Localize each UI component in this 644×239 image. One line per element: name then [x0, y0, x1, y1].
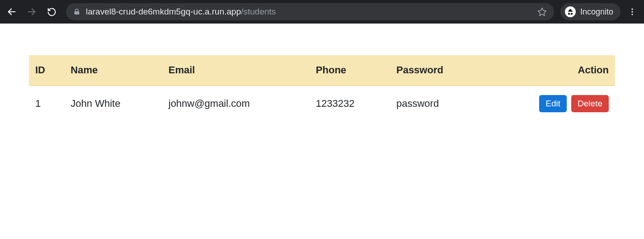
address-bar[interactable]: laravel8-crud-de6mkdm5gq-uc.a.run.app/st…: [66, 3, 554, 20]
cell-actions: Edit Delete: [484, 86, 615, 121]
table-row: 1 John White johnw@gmail.com 1233232 pas…: [29, 86, 615, 121]
col-phone: Phone: [310, 55, 390, 86]
svg-marker-2: [538, 8, 546, 15]
browser-toolbar: laravel8-crud-de6mkdm5gq-uc.a.run.app/st…: [0, 0, 644, 24]
table-header-row: ID Name Email Phone Password Action: [29, 55, 615, 86]
cell-password: password: [390, 86, 484, 121]
cell-email: johnw@gmail.com: [162, 86, 310, 121]
svg-point-3: [631, 9, 633, 10]
svg-point-4: [631, 11, 633, 12]
delete-button[interactable]: Delete: [571, 95, 609, 112]
col-name: Name: [64, 55, 162, 86]
cell-phone: 1233232: [310, 86, 390, 121]
incognito-label: Incognito: [580, 7, 613, 17]
students-table: ID Name Email Phone Password Action 1 Jo…: [29, 55, 615, 121]
lock-icon: [73, 8, 80, 15]
col-password: Password: [390, 55, 484, 86]
incognito-indicator[interactable]: Incognito: [560, 3, 620, 20]
col-action: Action: [484, 55, 615, 86]
bookmark-star-icon[interactable]: [537, 7, 547, 17]
page-content: ID Name Email Phone Password Action 1 Jo…: [0, 24, 644, 121]
col-id: ID: [29, 55, 64, 86]
forward-button[interactable]: [24, 4, 40, 20]
back-button[interactable]: [4, 4, 20, 20]
edit-button[interactable]: Edit: [539, 95, 567, 112]
svg-point-5: [631, 14, 633, 15]
cell-name: John White: [64, 86, 162, 121]
url-text: laravel8-crud-de6mkdm5gq-uc.a.run.app/st…: [86, 7, 532, 17]
incognito-icon: [565, 6, 576, 17]
col-email: Email: [162, 55, 310, 86]
url-path: /students: [241, 7, 276, 16]
cell-id: 1: [29, 86, 64, 121]
more-menu-button[interactable]: [624, 4, 640, 20]
reload-button[interactable]: [43, 4, 60, 20]
url-host: laravel8-crud-de6mkdm5gq-uc.a.run.app: [86, 7, 241, 16]
